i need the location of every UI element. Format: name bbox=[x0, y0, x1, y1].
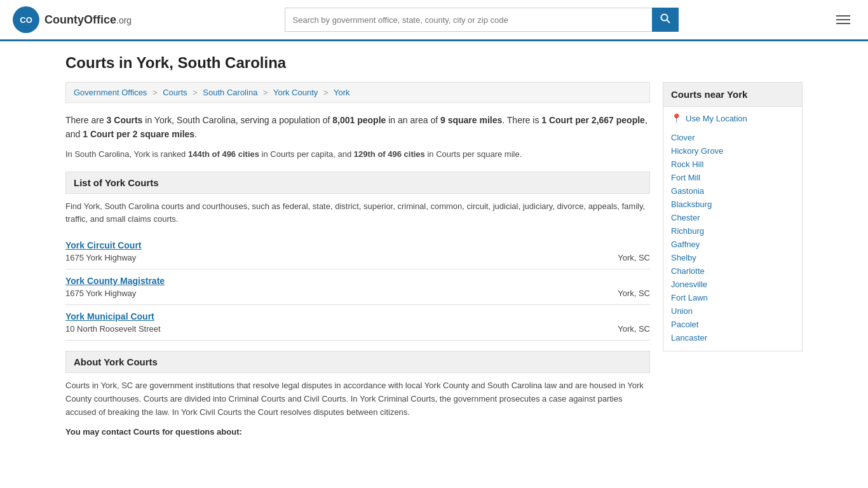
nearby-union[interactable]: Union bbox=[671, 304, 794, 318]
svg-point-2 bbox=[661, 15, 667, 21]
breadcrumb-sep-4: > bbox=[323, 88, 329, 97]
court-details-1: 1675 York Highway York, SC bbox=[65, 288, 650, 298]
right-column: Courts near York 📍 Use My Location Clove… bbox=[663, 82, 803, 437]
nearby-fort-lawn[interactable]: Fort Lawn bbox=[671, 291, 794, 304]
court-item-1: York County Magistrate 1675 York Highway… bbox=[65, 269, 650, 305]
nearby-clover[interactable]: Clover bbox=[671, 131, 794, 144]
location-pin-icon: 📍 bbox=[671, 113, 682, 123]
breadcrumb-courts[interactable]: Courts bbox=[163, 88, 187, 97]
list-description: Find York, South Carolina courts and cou… bbox=[65, 200, 650, 227]
courts-list: York Circuit Court 1675 York Highway Yor… bbox=[65, 234, 650, 341]
nearby-rock-hill[interactable]: Rock Hill bbox=[671, 158, 794, 171]
rank-text: In South Carolina, York is ranked 144th … bbox=[65, 148, 650, 161]
sidebar-content: 📍 Use My Location Clover Hickory Grove R… bbox=[663, 107, 802, 351]
logo-text: CountyOffice.org bbox=[44, 13, 132, 27]
sidebar-title: Courts near York bbox=[663, 83, 802, 107]
use-my-location-link[interactable]: 📍 Use My Location bbox=[671, 113, 794, 123]
info-area-unit: square miles bbox=[448, 115, 503, 125]
court-details-0: 1675 York Highway York, SC bbox=[65, 253, 650, 262]
breadcrumb-york[interactable]: York bbox=[334, 88, 350, 97]
rank-capita: 144th of 496 cities bbox=[188, 149, 259, 159]
nearby-shelby[interactable]: Shelby bbox=[671, 251, 794, 264]
list-section-header: List of York Courts bbox=[65, 172, 650, 194]
about-section-header: About York Courts bbox=[65, 351, 650, 373]
court-city-1: York, SC bbox=[618, 288, 650, 298]
info-per-capita: 1 Court per 2,667 people bbox=[541, 115, 645, 125]
header: CO CountyOffice.org bbox=[0, 0, 868, 41]
menu-button[interactable] bbox=[831, 10, 855, 29]
nearby-lancaster[interactable]: Lancaster bbox=[671, 331, 794, 344]
page-title: Courts in York, South Carolina bbox=[65, 54, 803, 72]
main-wrapper: Courts in York, South Carolina Governmen… bbox=[53, 41, 815, 437]
breadcrumb-sep-1: > bbox=[153, 88, 158, 97]
info-area: 9 bbox=[440, 115, 445, 125]
court-name-2[interactable]: York Municipal Court bbox=[65, 311, 650, 322]
info-city: York, South Carolina bbox=[154, 115, 236, 125]
nearby-gaffney[interactable]: Gaffney bbox=[671, 238, 794, 251]
rank-sqmile: 129th of 496 cities bbox=[354, 149, 425, 159]
breadcrumb-sc[interactable]: South Carolina bbox=[203, 88, 257, 97]
nearby-list: Clover Hickory Grove Rock Hill Fort Mill… bbox=[671, 131, 794, 344]
court-item-2: York Municipal Court 10 North Roosevelt … bbox=[65, 305, 650, 341]
nearby-blacksburg[interactable]: Blacksburg bbox=[671, 198, 794, 211]
breadcrumb-york-county[interactable]: York County bbox=[273, 88, 318, 97]
sidebar: Courts near York 📍 Use My Location Clove… bbox=[663, 82, 803, 351]
about-text: Courts in York, SC are government instit… bbox=[65, 379, 650, 419]
court-address-2: 10 North Roosevelt Street bbox=[65, 324, 161, 334]
nearby-fort-mill[interactable]: Fort Mill bbox=[671, 171, 794, 184]
nearby-gastonia[interactable]: Gastonia bbox=[671, 184, 794, 198]
court-address-1: 1675 York Highway bbox=[65, 288, 136, 298]
search-button[interactable] bbox=[652, 8, 679, 32]
svg-line-3 bbox=[667, 20, 670, 24]
info-pop-label: people bbox=[357, 115, 386, 125]
courts-label: Courts bbox=[114, 115, 142, 125]
info-text: There are 3 Courts in York, South Caroli… bbox=[65, 113, 650, 142]
use-location-label: Use My Location bbox=[686, 114, 747, 123]
svg-text:CO: CO bbox=[20, 15, 32, 25]
courts-count: 3 bbox=[107, 115, 112, 125]
court-city-2: York, SC bbox=[618, 324, 650, 334]
nearby-pacolet[interactable]: Pacolet bbox=[671, 318, 794, 331]
court-details-2: 10 North Roosevelt Street York, SC bbox=[65, 324, 650, 334]
content-layout: Government Offices > Courts > South Caro… bbox=[65, 82, 803, 437]
logo-area: CO CountyOffice.org bbox=[13, 6, 132, 33]
left-column: Government Offices > Courts > South Caro… bbox=[65, 82, 650, 437]
breadcrumb-gov-offices[interactable]: Government Offices bbox=[74, 88, 147, 97]
nearby-chester[interactable]: Chester bbox=[671, 211, 794, 224]
breadcrumb-sep-2: > bbox=[193, 88, 198, 97]
contact-label: You may contact Courts for questions abo… bbox=[65, 427, 650, 437]
court-name-0[interactable]: York Circuit Court bbox=[65, 240, 650, 250]
search-area bbox=[285, 8, 679, 32]
info-per-sqmile: 1 Court per 2 square miles bbox=[83, 129, 194, 139]
court-item-0: York Circuit Court 1675 York Highway Yor… bbox=[65, 234, 650, 269]
search-input[interactable] bbox=[285, 8, 652, 32]
breadcrumb: Government Offices > Courts > South Caro… bbox=[65, 82, 650, 103]
info-population: 8,001 bbox=[332, 115, 355, 125]
nearby-richburg[interactable]: Richburg bbox=[671, 224, 794, 238]
court-address-0: 1675 York Highway bbox=[65, 253, 136, 262]
breadcrumb-sep-3: > bbox=[263, 88, 268, 97]
court-name-1[interactable]: York County Magistrate bbox=[65, 276, 650, 286]
nearby-hickory-grove[interactable]: Hickory Grove bbox=[671, 144, 794, 158]
logo-icon: CO bbox=[13, 6, 39, 33]
nearby-charlotte[interactable]: Charlotte bbox=[671, 264, 794, 278]
court-city-0: York, SC bbox=[618, 253, 650, 262]
nearby-jonesville[interactable]: Jonesville bbox=[671, 278, 794, 291]
